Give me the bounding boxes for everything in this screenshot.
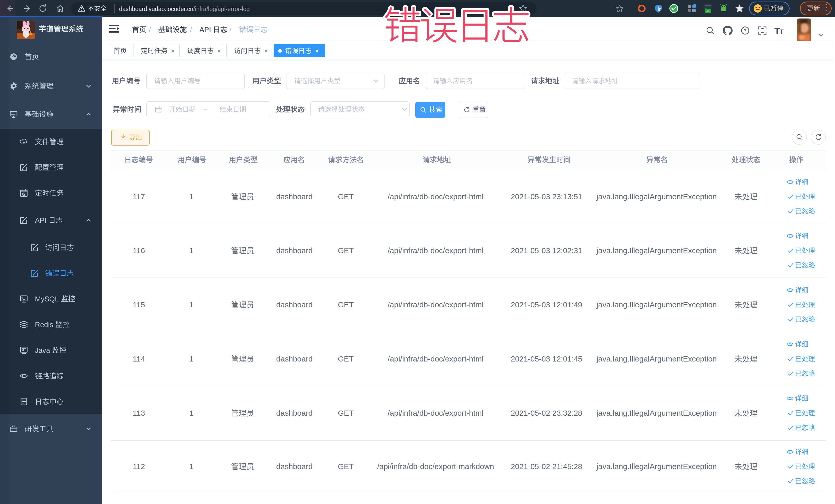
svg-text:?: ? xyxy=(744,28,747,33)
svg-text:on: on xyxy=(707,9,710,13)
